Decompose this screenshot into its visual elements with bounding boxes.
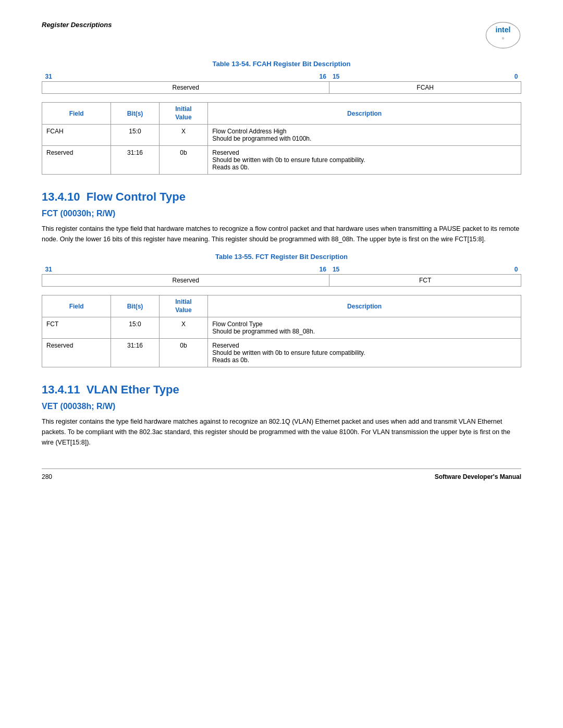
footer-page-number: 280 (42, 473, 52, 480)
field-initial: X (159, 317, 208, 339)
col-bits: Bit(s) (111, 103, 159, 125)
col-description-55: Description (208, 295, 521, 317)
field-bits: 15:0 (111, 317, 159, 339)
table-row: Reserved 31:16 0b ReservedShould be writ… (42, 146, 521, 175)
col-initial: InitialValue (159, 103, 208, 125)
bit-label-16-55: 16 (305, 265, 329, 275)
col-field-55: Field (42, 295, 111, 317)
reserved-cell: Reserved (42, 82, 329, 94)
field-description: ReservedShould be written with 0b to ens… (208, 146, 521, 175)
fcah-cell: FCAH (329, 82, 521, 94)
table-55-caption: Table 13-55. FCT Register Bit Descriptio… (42, 253, 521, 261)
bit-header-row-55: 31 16 15 0 (42, 265, 521, 275)
field-description: ReservedShould be written with 0b to ens… (208, 339, 521, 367)
field-name: FCT (42, 317, 111, 339)
bit-cells-row: Reserved FCAH (42, 82, 521, 94)
col-description: Description (208, 103, 521, 125)
field-description: Flow Control TypeShould be programmed wi… (208, 317, 521, 339)
header-title: Register Descriptions (42, 21, 112, 29)
section-1311-title: 13.4.11 VLAN Ether Type (42, 383, 521, 397)
table-row: Reserved 31:16 0b ReservedShould be writ… (42, 339, 521, 367)
section-1311-body: This register contains the type field ha… (42, 416, 521, 448)
field-bits: 31:16 (111, 339, 159, 367)
page: Register Descriptions intel ® Table 13-5… (0, 0, 563, 728)
page-header: Register Descriptions intel ® (42, 21, 521, 50)
subsection-fct-title: FCT (00030h; R/W) (42, 209, 521, 218)
field-name: Reserved (42, 339, 111, 367)
table-55-field-table: Field Bit(s) InitialValue Description FC… (42, 295, 521, 367)
bit-label-15-55: 15 (329, 265, 353, 275)
field-name: Reserved (42, 146, 111, 175)
field-initial: 0b (159, 146, 208, 175)
table-54-caption: Table 13-54. FCAH Register Bit Descripti… (42, 60, 521, 68)
bit-label-15: 15 (329, 72, 353, 82)
field-table-header-row: Field Bit(s) InitialValue Description (42, 103, 521, 125)
svg-text:®: ® (502, 36, 505, 40)
bit-label-31-55: 31 (42, 265, 305, 275)
table-54-bit-diagram: 31 16 15 0 Reserved FCAH (42, 72, 521, 94)
field-initial: 0b (159, 339, 208, 367)
section-1310-title: 13.4.10 Flow Control Type (42, 190, 521, 204)
footer-document-title: Software Developer's Manual (435, 473, 521, 480)
field-name: FCAH (42, 125, 111, 146)
bit-label-0-55: 0 (353, 265, 521, 275)
col-bits-55: Bit(s) (111, 295, 159, 317)
fct-cell: FCT (329, 275, 521, 287)
field-bits: 31:16 (111, 146, 159, 175)
bit-header-row: 31 16 15 0 (42, 72, 521, 82)
table-row: FCT 15:0 X Flow Control TypeShould be pr… (42, 317, 521, 339)
reserved-cell-55: Reserved (42, 275, 329, 287)
table-54-field-table: Field Bit(s) InitialValue Description FC… (42, 102, 521, 175)
page-footer: 280 Software Developer's Manual (42, 468, 521, 480)
field-bits: 15:0 (111, 125, 159, 146)
table-row: FCAH 15:0 X Flow Control Address HighSho… (42, 125, 521, 146)
bit-label-16: 16 (305, 72, 329, 82)
col-initial-55: InitialValue (159, 295, 208, 317)
svg-text:intel: intel (496, 26, 511, 34)
field-initial: X (159, 125, 208, 146)
bit-label-0: 0 (353, 72, 521, 82)
bit-label-31: 31 (42, 72, 305, 82)
subsection-vet-title: VET (00038h; R/W) (42, 402, 521, 411)
intel-logo-icon: intel ® (485, 21, 521, 50)
field-table-header-row-55: Field Bit(s) InitialValue Description (42, 295, 521, 317)
table-55-bit-diagram: 31 16 15 0 Reserved FCT (42, 265, 521, 287)
section-1310-body: This register contains the type field th… (42, 224, 521, 244)
col-field: Field (42, 103, 111, 125)
bit-cells-row-55: Reserved FCT (42, 275, 521, 287)
field-description: Flow Control Address HighShould be progr… (208, 125, 521, 146)
